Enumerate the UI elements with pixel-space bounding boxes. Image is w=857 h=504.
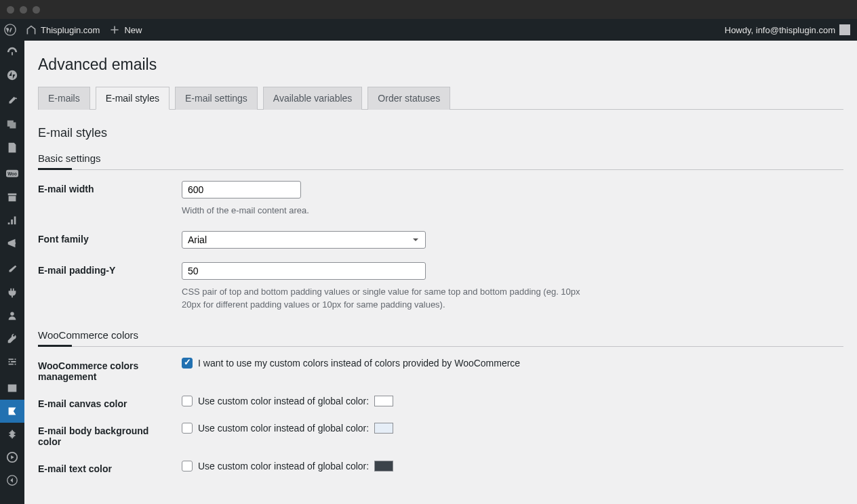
admin-bar: Thisplugin.com New Howdy, info@thisplugi… — [0, 19, 857, 41]
avatar — [839, 24, 850, 35]
new-label: New — [124, 25, 142, 35]
sidebar-products[interactable] — [0, 186, 24, 209]
sidebar-appearance[interactable] — [0, 258, 24, 281]
woo-mgmt-checkbox[interactable] — [182, 358, 193, 369]
canvas-color-checkbox[interactable] — [182, 396, 193, 406]
sidebar-marketing[interactable] — [0, 232, 24, 255]
tab-email-settings[interactable]: E-mail settings — [175, 87, 258, 110]
sidebar-dashboard[interactable] — [0, 41, 24, 64]
svg-text:Woo: Woo — [7, 171, 17, 176]
padding-y-label: E-mail padding-Y — [38, 262, 182, 276]
tab-order-statuses[interactable]: Order statuses — [367, 87, 450, 110]
sidebar-woocommerce[interactable]: Woo — [0, 163, 24, 186]
traffic-light-max[interactable] — [33, 6, 40, 14]
font-family-label: Font family — [38, 231, 182, 245]
canvas-color-label: E-mail canvas color — [38, 396, 182, 409]
email-width-desc: Width of the e-mail content area. — [182, 204, 589, 217]
text-color-checkbox[interactable] — [182, 461, 193, 471]
padding-y-input[interactable] — [182, 262, 426, 280]
font-family-select[interactable]: Arial — [182, 231, 426, 249]
canvas-color-text: Use custom color instead of global color… — [198, 396, 369, 406]
admin-sidebar: Woo — [0, 41, 24, 504]
sidebar-plugins[interactable] — [0, 281, 24, 304]
sidebar-collapse[interactable] — [0, 469, 24, 492]
sidebar-thisplugin[interactable] — [0, 400, 24, 423]
section-title: E-mail styles — [38, 126, 843, 140]
basic-settings-heading: Basic settings — [38, 152, 843, 170]
account-link[interactable]: Howdy, info@thisplugin.com — [725, 24, 850, 35]
traffic-light-close[interactable] — [7, 6, 14, 14]
body-color-label: E-mail body background color — [38, 423, 182, 447]
sidebar-generic2[interactable] — [0, 423, 24, 446]
sidebar-settings[interactable] — [0, 350, 24, 373]
new-link[interactable]: New — [109, 24, 142, 35]
body-color-text: Use custom color instead of global color… — [198, 423, 369, 434]
page-title: Advanced emails — [38, 56, 843, 74]
howdy-text: Howdy, info@thisplugin.com — [725, 25, 835, 35]
tab-email-styles[interactable]: E-mail styles — [96, 87, 170, 110]
sidebar-analytics[interactable] — [0, 209, 24, 232]
tab-emails[interactable]: E-mails — [38, 87, 90, 110]
content-area: Advanced emails E-mails E-mail styles E-… — [24, 41, 857, 504]
body-color-checkbox[interactable] — [182, 423, 193, 434]
woo-mgmt-text: I want to use my custom colors instead o… — [198, 358, 520, 369]
sidebar-posts[interactable] — [0, 90, 24, 113]
svg-point-1 — [7, 70, 17, 80]
sidebar-generic3[interactable] — [0, 446, 24, 469]
woo-mgmt-label: WooCommerce colors management — [38, 358, 182, 382]
sidebar-jetpack[interactable] — [0, 64, 24, 87]
woo-colors-heading: WooCommerce colors — [38, 329, 843, 347]
traffic-light-min[interactable] — [20, 6, 27, 14]
tab-available-variables[interactable]: Available variables — [263, 87, 362, 110]
svg-point-4 — [10, 312, 14, 316]
sidebar-generic1[interactable] — [0, 377, 24, 400]
site-name: Thisplugin.com — [41, 25, 100, 35]
email-width-input[interactable] — [182, 181, 301, 198]
email-width-label: E-mail width — [38, 181, 182, 194]
text-color-label: E-mail text color — [38, 461, 182, 474]
padding-y-desc: CSS pair of top and bottom padding value… — [182, 285, 589, 312]
sidebar-tools[interactable] — [0, 327, 24, 350]
text-color-swatch[interactable] — [374, 461, 393, 471]
wp-logo[interactable] — [4, 24, 16, 36]
window-titlebar — [0, 0, 857, 19]
site-link[interactable]: Thisplugin.com — [26, 24, 100, 35]
sidebar-users[interactable] — [0, 304, 24, 327]
sidebar-pages[interactable] — [0, 136, 24, 159]
text-color-text: Use custom color instead of global color… — [198, 461, 369, 471]
canvas-color-swatch[interactable] — [374, 396, 393, 406]
tabs: E-mails E-mail styles E-mail settings Av… — [38, 86, 843, 110]
sidebar-media[interactable] — [0, 113, 24, 136]
body-color-swatch[interactable] — [374, 423, 393, 434]
